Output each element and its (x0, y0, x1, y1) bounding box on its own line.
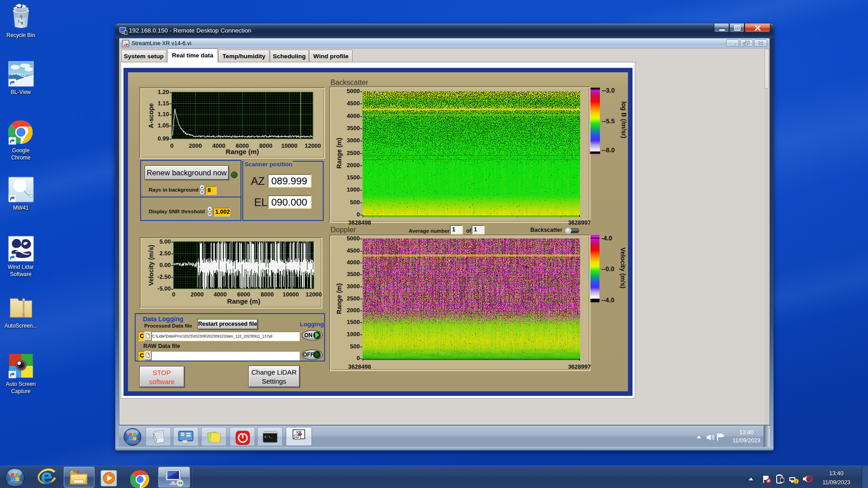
svg-text:3500: 3500 (347, 125, 360, 131)
svg-text:2500: 2500 (347, 150, 360, 156)
svg-text:4500: 4500 (347, 247, 360, 254)
svg-text:OFF: OFF (303, 352, 314, 358)
svg-text:--8.0: --8.0 (602, 146, 615, 154)
svg-text:4000: 4000 (347, 259, 360, 266)
svg-text:1.05: 1.05 (158, 122, 169, 129)
svg-text:Range (m): Range (m) (335, 138, 343, 169)
svg-text:2.50: 2.50 (160, 250, 171, 257)
svg-text:C:\_: C:\_ (264, 435, 273, 439)
svg-text:10000: 10000 (281, 142, 297, 149)
svg-text:3500: 3500 (347, 271, 360, 277)
svg-text:3628997: 3628997 (568, 219, 590, 226)
svg-text:4500: 4500 (347, 100, 360, 107)
svg-text:1500: 1500 (347, 174, 360, 181)
svg-text:1.15: 1.15 (158, 100, 169, 107)
svg-text:--0.0: --0.0 (601, 265, 614, 272)
svg-text:ON: ON (304, 332, 312, 338)
svg-text:4000: 4000 (212, 142, 226, 149)
svg-text:-4.0: -4.0 (601, 235, 612, 242)
svg-text:!: ! (796, 479, 797, 484)
svg-text:0.00: 0.00 (160, 262, 171, 268)
svg-text:4000: 4000 (347, 113, 360, 119)
svg-text:3000: 3000 (347, 137, 360, 144)
svg-text:1.20: 1.20 (158, 89, 169, 95)
svg-text:2500: 2500 (347, 295, 360, 302)
svg-text:--3.0: --3.0 (602, 87, 615, 94)
svg-text:3628498: 3628498 (348, 363, 371, 370)
svg-text:3628498: 3628498 (348, 219, 371, 226)
svg-text:500: 500 (350, 343, 360, 350)
svg-text:0.99: 0.99 (158, 135, 169, 142)
svg-text:2000: 2000 (189, 142, 202, 149)
svg-text:5000: 5000 (347, 235, 360, 242)
svg-text:12000: 12000 (305, 142, 321, 149)
svg-text:0: 0 (357, 211, 360, 218)
svg-text:1000: 1000 (347, 331, 360, 338)
svg-text:A-scope: A-scope (147, 103, 155, 128)
svg-text:8000: 8000 (261, 291, 274, 298)
svg-text:6000: 6000 (237, 291, 250, 298)
svg-text:Range (m): Range (m) (335, 283, 343, 314)
svg-text:-5.00: -5.00 (157, 285, 171, 292)
svg-text:5.00: 5.00 (160, 238, 171, 245)
svg-text:e: e (41, 467, 52, 488)
svg-text:log B (/m/sr): log B (/m/sr) (620, 101, 627, 138)
svg-text:5000: 5000 (347, 88, 360, 94)
svg-text:500: 500 (350, 199, 360, 206)
svg-text:Range (m): Range (m) (227, 297, 260, 305)
svg-text:4000: 4000 (214, 291, 227, 298)
svg-text:1500: 1500 (347, 319, 360, 325)
svg-text:1000: 1000 (347, 186, 360, 193)
svg-text:Velocity (m/s): Velocity (m/s) (147, 245, 155, 286)
svg-text:-2.50: -2.50 (157, 273, 171, 280)
svg-text:3000: 3000 (347, 283, 360, 290)
svg-text:Range (m): Range (m) (226, 148, 259, 155)
svg-text:2000: 2000 (347, 162, 360, 169)
svg-text:10000: 10000 (283, 291, 299, 298)
svg-text:--4.0: --4.0 (601, 296, 614, 304)
svg-text:3628997: 3628997 (568, 363, 590, 370)
svg-text:--5.5: --5.5 (602, 117, 615, 125)
svg-text:1.10: 1.10 (158, 111, 169, 117)
svg-text:Velocity (m/s): Velocity (m/s) (619, 248, 627, 288)
svg-text:2000: 2000 (347, 307, 360, 314)
svg-text:8000: 8000 (259, 142, 273, 149)
svg-text:12000: 12000 (306, 291, 322, 298)
svg-text:0: 0 (170, 142, 173, 149)
svg-text:2000: 2000 (191, 291, 204, 298)
svg-text:0: 0 (172, 291, 175, 298)
svg-text:0: 0 (357, 355, 360, 361)
